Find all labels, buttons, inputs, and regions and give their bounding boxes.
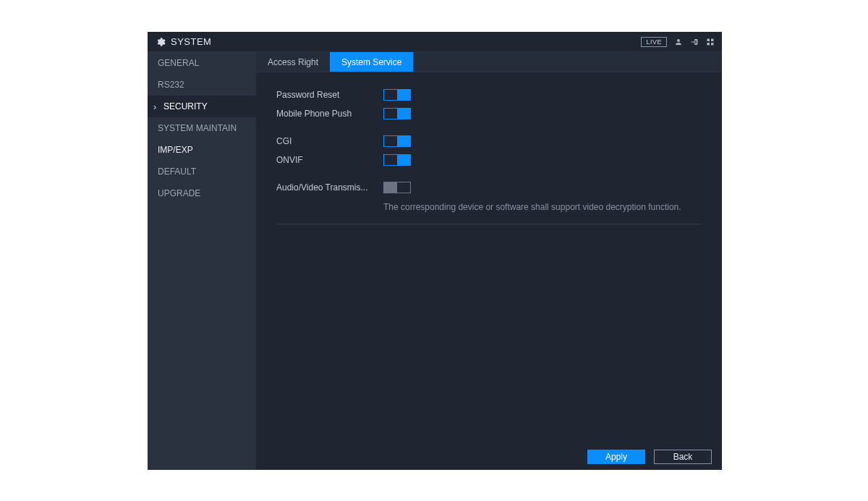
tab-system-service[interactable]: System Service: [330, 52, 413, 72]
svg-rect-3: [711, 43, 714, 46]
tabs: Access Right System Service: [256, 52, 722, 72]
svg-rect-1: [711, 38, 714, 41]
sidebar-item-imp-exp[interactable]: IMP/EXP: [148, 139, 256, 161]
label-mobile-push: Mobile Phone Push: [276, 109, 383, 119]
apply-button[interactable]: Apply: [587, 450, 645, 464]
user-icon[interactable]: [674, 38, 683, 46]
label-onvif: ONVIF: [276, 155, 383, 165]
sidebar-item-rs232[interactable]: RS232: [148, 74, 256, 96]
row-av-transmission: Audio/Video Transmis...: [276, 178, 702, 197]
tab-access-right[interactable]: Access Right: [256, 52, 330, 72]
sidebar-item-general[interactable]: GENERAL: [148, 52, 256, 74]
grid-icon[interactable]: [706, 38, 715, 46]
sidebar: GENERAL RS232 SECURITY SYSTEM MAINTAIN I…: [148, 52, 256, 470]
logout-icon[interactable]: [690, 38, 699, 46]
content-area: Password Reset Mobile Phone Push CGI ONV…: [256, 72, 722, 448]
row-onvif: ONVIF: [276, 151, 702, 169]
sidebar-item-security[interactable]: SECURITY: [148, 96, 256, 117]
row-password-reset: Password Reset: [276, 85, 702, 104]
footer: Apply Back: [256, 448, 722, 470]
label-password-reset: Password Reset: [276, 90, 383, 100]
toggle-onvif[interactable]: [383, 154, 411, 166]
window-title: SYSTEM: [171, 36, 211, 47]
toggle-password-reset[interactable]: [383, 89, 411, 101]
row-mobile-push: Mobile Phone Push: [276, 104, 702, 123]
system-window: SYSTEM LIVE GENERAL RS232 SECURITY SYSTE…: [148, 32, 722, 470]
sidebar-item-upgrade[interactable]: UPGRADE: [148, 182, 256, 204]
row-cgi: CGI: [276, 132, 702, 151]
svg-rect-2: [707, 43, 710, 46]
live-badge[interactable]: LIVE: [641, 37, 667, 47]
hint-av-transmission: The corresponding device or software sha…: [383, 201, 687, 214]
toggle-cgi[interactable]: [383, 135, 411, 147]
label-cgi: CGI: [276, 136, 383, 146]
toggle-mobile-push[interactable]: [383, 108, 411, 119]
titlebar: SYSTEM LIVE: [148, 32, 722, 52]
label-av-transmission: Audio/Video Transmis...: [276, 182, 383, 193]
sidebar-item-default[interactable]: DEFAULT: [148, 161, 256, 182]
sidebar-item-system-maintain[interactable]: SYSTEM MAINTAIN: [148, 117, 256, 139]
gear-icon: [155, 37, 166, 47]
svg-rect-0: [707, 38, 710, 41]
back-button[interactable]: Back: [654, 450, 712, 464]
toggle-av-transmission[interactable]: [383, 182, 411, 193]
main-panel: Access Right System Service Password Res…: [256, 52, 722, 470]
separator: [276, 224, 702, 224]
